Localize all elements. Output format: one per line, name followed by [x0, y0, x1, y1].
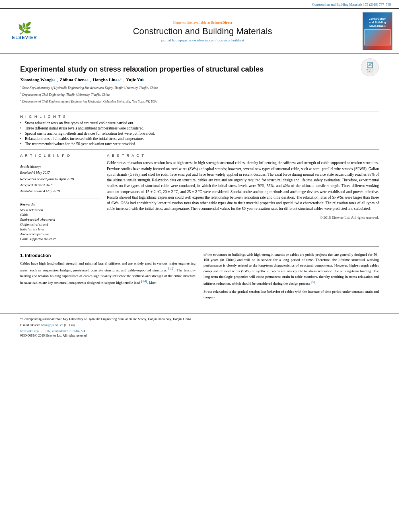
email-address: hhliu@tju.edu.cn: [41, 323, 63, 327]
intro-para-1: Cables have high longitudinal strength a…: [20, 261, 195, 286]
history-received: Received 4 May 2017: [20, 170, 101, 176]
author-1: Xiaoxiang Wang: [20, 77, 51, 82]
keyword-5: Initial stress level: [20, 227, 101, 231]
abstract-text: Cable stress relaxation causes tension l…: [107, 160, 379, 220]
author-1-sup: b,c: [51, 78, 56, 82]
history-revised: Received in revised form 16 April 2018: [20, 176, 101, 182]
elsevier-brand-text: ELSEVIER: [12, 35, 37, 40]
article-info-divider: [20, 161, 101, 161]
highlight-1: Stress relaxation tests on five types of…: [20, 121, 379, 125]
email-suffix: (H. Liu).: [64, 323, 75, 327]
highlight-5: The recommended values for the 50-year r…: [20, 142, 379, 146]
check-updates-line2: updates: [367, 71, 373, 73]
keywords-label: Keywords:: [20, 202, 101, 206]
author-4-sup: b: [142, 78, 144, 82]
keyword-6: Ambient temperature: [20, 232, 101, 236]
keyword-4: Galfan spiral strand: [20, 222, 101, 226]
doi-line: https://doi.org/10.1016/j.conbuildmat.20…: [20, 329, 379, 333]
authors-info: Experimental study on stress relaxation …: [20, 58, 361, 108]
keywords-section: Keywords: Stress relaxation Cable Semi-p…: [20, 202, 101, 241]
affil-c: c Department of Civil Engineering and En…: [20, 98, 361, 104]
journal-title: Construction and Building Materials: [47, 26, 358, 37]
author-3-sup: a,b,*: [115, 78, 122, 82]
issn-line: 0950-0618/© 2018 Elsevier Ltd. All right…: [20, 334, 379, 337]
intro-para-1-cont: of the structures or buildings with high…: [204, 252, 379, 287]
highlight-4: Relaxation rates of all cables increased…: [20, 137, 379, 141]
journal-ref-text: Construction and Building Materials 175 …: [312, 2, 391, 6]
history-label: Article history:: [20, 164, 101, 168]
keyword-7: Cable-supported structure: [20, 237, 101, 241]
author-2-sup: a,b: [84, 78, 88, 82]
heavy-divider: [20, 246, 379, 247]
sciencedirect-link: Contents lists available at ScienceDirec…: [47, 21, 358, 25]
journal-header-center: Contents lists available at ScienceDirec…: [43, 21, 362, 42]
divider-2: [20, 149, 379, 150]
highlights-label: H I G H L I G H T S: [20, 115, 379, 119]
intro-para-2: Stress relaxation is the gradual tension…: [204, 289, 379, 300]
highlight-3: Special onsite anchoring methods and dev…: [20, 131, 379, 136]
doi-text: https://doi.org/10.1016/j.conbuildmat.20…: [20, 329, 85, 333]
author-3: Hongbo Liu: [93, 77, 115, 82]
keyword-3: Semi-parallel wire strand: [20, 218, 101, 222]
cover-title-line2: and Building: [369, 21, 386, 24]
journal-homepage: journal homepage: www.elsevier.com/locat…: [47, 38, 358, 42]
paper-header-block: Experimental study on stress relaxation …: [20, 58, 379, 108]
abstract-paragraph: Cable stress relaxation causes tension l…: [107, 160, 379, 212]
abstract-label: A B S T R A C T: [107, 154, 379, 158]
email-line: E-mail address: hhliu@tju.edu.cn (H. Liu…: [20, 323, 379, 328]
keyword-1: Stress relaxation: [20, 208, 101, 212]
history-accepted: Accepted 28 April 2018: [20, 182, 101, 188]
copyright-text: © 2018 Elsevier Ltd. All rights reserved…: [107, 215, 379, 221]
journal-ref-bar: Construction and Building Materials 175 …: [0, 0, 399, 9]
highlights-list: Stress relaxation tests on five types of…: [20, 121, 379, 146]
issn-text: 0950-0618/© 2018 Elsevier Ltd. All right…: [20, 334, 87, 337]
keywords-divider: [20, 199, 101, 199]
article-info-label: A R T I C L E I N F O: [20, 154, 101, 158]
divider-1: [20, 111, 379, 111]
article-info-col: A R T I C L E I N F O Article history: R…: [20, 154, 101, 241]
contents-available-text: Contents lists available at: [173, 21, 211, 25]
elsevier-tree-icon: 🌿: [18, 23, 32, 34]
article-history: Article history: Received 4 May 2017 Rec…: [20, 164, 101, 194]
footer: * Corresponding author at: State Key Lab…: [0, 313, 399, 341]
sciencedirect-brand: ScienceDirect: [211, 21, 232, 25]
history-online: Available online 4 May 2018: [20, 188, 101, 194]
journal-header: 🌿 ELSEVIER Contents lists available at S…: [0, 9, 399, 54]
paper-title: Experimental study on stress relaxation …: [20, 65, 361, 74]
cover-title-line3: MATERIALS: [369, 25, 385, 27]
affiliations: a State Key Laboratory of Hydraulic Engi…: [20, 84, 361, 104]
section-title-text: Introduction: [25, 253, 51, 258]
check-updates-badge: 🔄 Check for updates: [361, 58, 379, 76]
highlight-2: Three different initial stress levels an…: [20, 126, 379, 130]
section-number: 1.: [20, 253, 24, 258]
history-entries: Received 4 May 2017 Received in revised …: [20, 170, 101, 194]
abstract-col: A B S T R A C T Cable stress relaxation …: [107, 154, 379, 241]
footnote-star-line: * Corresponding author at: State Key Lab…: [20, 317, 379, 322]
body-col-left: 1. Introduction Cables have high longitu…: [20, 252, 195, 303]
authors-line: Xiaoxiang Wang b,c , Zhihua Chen a,b , H…: [20, 77, 361, 82]
author-2: Zhihua Chen: [60, 77, 84, 82]
affil-a: a State Key Laboratory of Hydraulic Engi…: [20, 84, 361, 90]
footnote-star-text: * Corresponding author at: State Key Lab…: [20, 317, 192, 321]
cover-title-line1: Construction: [369, 17, 387, 20]
email-label-text: E-mail address:: [20, 323, 40, 327]
author-4: Yujie Yu: [126, 77, 142, 82]
body-col-right: of the structures or buildings with high…: [204, 252, 379, 303]
journal-cover-image: Construction and Building MATERIALS: [362, 12, 393, 50]
keyword-2: Cable: [20, 213, 101, 217]
article-info-abstract: A R T I C L E I N F O Article history: R…: [20, 154, 379, 241]
main-content: Experimental study on stress relaxation …: [0, 54, 399, 307]
affil-b: b Department of Civil Engineering, Tianj…: [20, 91, 361, 97]
introduction-section: 1. Introduction Cables have high longitu…: [20, 252, 379, 303]
elsevier-logo: 🌿 ELSEVIER: [6, 23, 43, 40]
highlights-section: H I G H L I G H T S Stress relaxation te…: [20, 115, 379, 146]
intro-section-title: 1. Introduction: [20, 252, 195, 259]
